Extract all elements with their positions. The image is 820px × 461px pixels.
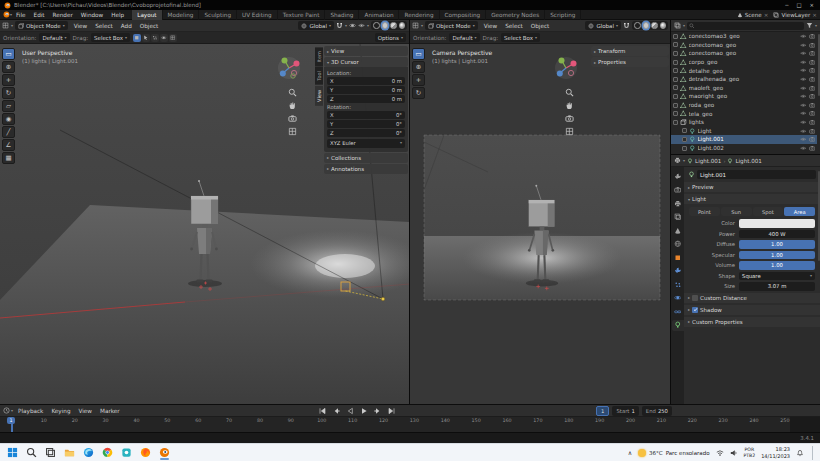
outliner-checkbox[interactable] [673,103,678,108]
visibility-toggles[interactable] [133,34,177,42]
tab-output[interactable] [672,198,684,209]
orientation-dropdown[interactable]: Default▾ [39,33,69,42]
shadow-panel-header[interactable]: ▸ Shadow [684,305,820,315]
ortho-grid-icon[interactable] [565,127,574,136]
editor-type-icon[interactable] [2,22,9,29]
sidebar-tab[interactable]: View [315,86,323,106]
outliner-checkbox[interactable] [673,68,678,73]
tab-constraints[interactable] [672,306,684,317]
workspace-tab[interactable]: Scripting [545,10,581,20]
tool-button[interactable]: ◉ [2,113,15,125]
workspace-tab[interactable]: Sculpting [199,10,237,20]
custom-properties-panel-header[interactable]: ▸Custom Properties [684,317,820,327]
tab-tool[interactable] [672,171,684,182]
menu-item[interactable]: View [480,23,502,29]
cursor-panel-header[interactable]: ▾3D Cursor [324,57,408,67]
axis-value-field[interactable]: X0 m [327,77,405,85]
color-swatch[interactable] [739,219,815,228]
volume-slider[interactable]: 1.00 [739,261,815,270]
outliner-checkbox[interactable] [673,94,678,99]
custom-distance-panel-header[interactable]: ▸ Custom Distance [684,293,820,303]
size-field[interactable]: 3.07 m [739,282,815,291]
sidebar-panel-header[interactable]: ▸Transform [591,46,669,56]
tab-object-data[interactable] [672,320,684,331]
jump-to-start-icon[interactable] [315,406,328,416]
transform-orientation-dropdown[interactable]: Global ▾ [298,21,334,30]
outliner-checkbox[interactable] [682,128,687,133]
shading-mode-switch[interactable] [371,21,407,30]
edge-button[interactable] [80,445,97,460]
toggle-icon[interactable] [142,34,150,42]
outliner-row[interactable]: Light [671,127,817,136]
tool-button[interactable]: ╱ [2,126,15,138]
eye-icon[interactable] [800,110,807,117]
hidden-icons-chevron-icon[interactable]: ∧ [628,449,632,456]
camera-visibility-icon[interactable] [809,136,816,143]
axis-value-field[interactable]: Y0 m [327,86,405,94]
camera-visibility-icon[interactable] [809,145,816,152]
unlink-viewlayer-icon[interactable]: × [812,12,817,18]
shape-dropdown[interactable]: Square▾ [739,272,815,281]
outliner-row[interactable]: roda_geo [671,101,817,110]
menu-item[interactable]: Keying [47,408,74,414]
zoom-icon[interactable] [565,88,574,97]
specular-slider[interactable]: 1.00 [739,251,815,260]
custom-distance-checkbox[interactable] [692,295,698,301]
tool-button[interactable]: ▭ [412,48,425,60]
eye-icon[interactable] [800,85,807,92]
eye-icon[interactable] [800,76,807,83]
pan-hand-icon[interactable] [288,101,297,110]
previous-keyframe-icon[interactable] [329,406,342,416]
eye-icon[interactable] [800,50,807,57]
toggle-icon[interactable] [133,34,141,42]
eye-icon[interactable] [800,145,807,152]
viewport-right-canvas[interactable]: Camera Perspective (1) lights | Light.00… [410,44,670,404]
app-button[interactable] [118,445,135,460]
camera-visibility-icon[interactable] [809,128,816,135]
tool-button[interactable]: ▦ [2,152,15,164]
play-reverse-icon[interactable] [343,406,356,416]
eye-icon[interactable] [800,33,807,40]
tool-button[interactable]: + [412,74,425,86]
material-shading-icon[interactable] [651,22,658,29]
diffuse-slider[interactable]: 1.00 [739,240,815,249]
collections-panel-header[interactable]: ▸Collections [324,153,408,163]
camera-visibility-icon[interactable] [809,67,816,74]
filter-icon[interactable] [806,22,813,29]
workspace-tab[interactable]: Layout [132,10,162,20]
breadcrumb-object[interactable]: Light.001 [695,158,721,164]
menu-item[interactable]: Edit [30,12,49,18]
wireframe-shading-icon[interactable] [634,22,641,29]
tool-button[interactable]: ⊕ [412,61,425,73]
start-button[interactable] [4,445,21,460]
eye-icon[interactable] [800,102,807,109]
scene-selector[interactable]: Scene × [737,12,769,18]
outliner-search-input[interactable] [687,22,804,30]
snap-magnet-icon[interactable] [623,22,630,29]
camera-visibility-icon[interactable] [809,110,816,117]
timeline-editor-icon[interactable] [3,407,10,414]
viewport-left-canvas[interactable]: User Perspective (1) lights | Light.001 … [0,44,409,404]
camera-visibility-icon[interactable] [809,93,816,100]
axis-value-field[interactable]: X0° [327,111,405,119]
light-type-button[interactable]: Spot [753,207,784,216]
camera-visibility-icon[interactable] [809,59,816,66]
axis-gizmo-icon[interactable] [554,56,578,80]
tab-particles[interactable] [672,279,684,290]
workspace-tab[interactable]: Geometry Nodes [486,10,545,20]
outliner-checkbox[interactable] [673,60,678,65]
tool-button[interactable]: ▱ [2,100,15,112]
rendered-shading-icon[interactable] [660,22,667,29]
outliner-row[interactable]: detalhe_geo [671,66,817,75]
outliner-row[interactable]: conectomao3_geo [671,32,817,41]
maximize-icon[interactable]: □ [796,2,801,8]
minimize-icon[interactable]: ─ [785,2,788,8]
camera-view-icon[interactable] [565,114,574,123]
wireframe-shading-icon[interactable] [373,22,380,29]
eye-icon[interactable] [800,67,807,74]
tab-view-layer[interactable] [672,212,684,223]
mode-dropdown[interactable]: Object Mode ▾ [15,21,68,30]
annotations-panel-header[interactable]: ▸Annotations [324,164,408,174]
sidebar-tab[interactable]: Tool [315,67,323,85]
toggle-icon[interactable] [169,34,177,42]
